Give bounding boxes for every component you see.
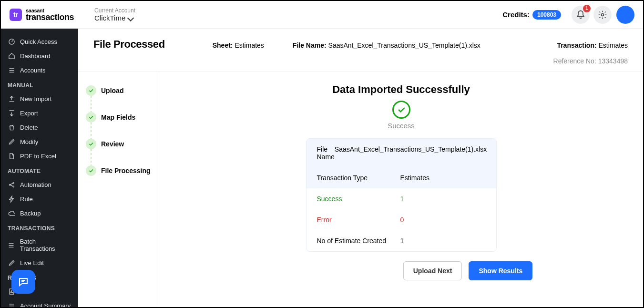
summary-key: Transaction Type <box>317 174 400 182</box>
success-check-icon <box>392 101 410 119</box>
svg-point-3 <box>13 182 14 184</box>
summary-row: Error0 <box>307 209 496 230</box>
user-avatar[interactable] <box>616 6 634 24</box>
sidebar-item-label: PDF to Excel <box>20 153 56 160</box>
app-header: tr saasant transactions Current Account … <box>1 1 643 29</box>
sidebar-section-title: TRANSACTIONS <box>1 220 78 235</box>
gear-icon <box>598 10 607 20</box>
notification-badge: 1 <box>583 5 591 12</box>
svg-point-4 <box>13 186 14 187</box>
sidebar-item-dashboard[interactable]: Dashboard <box>1 49 78 63</box>
brand-logo[interactable]: tr saasant transactions <box>10 8 86 21</box>
step-label: File Processing <box>101 167 150 175</box>
sidebar-item-label: Live Edit <box>20 259 44 267</box>
result-panel: Data Imported Successfully Success File … <box>159 72 643 307</box>
reference-no: Reference No: 13343498 <box>93 57 628 65</box>
notifications-button[interactable]: 1 <box>572 6 590 24</box>
settings-button[interactable] <box>593 6 612 24</box>
upload-icon <box>8 95 15 103</box>
sidebar-item-new-import[interactable]: New Import <box>1 92 78 106</box>
sidebar-item-label: Rule <box>20 195 33 203</box>
step-review: Review <box>86 139 151 149</box>
sidebar-item-live-edit[interactable]: Live Edit <box>1 256 78 270</box>
summary-value: SaasAnt_Excel_Transactions_US_Template(1… <box>335 145 487 161</box>
show-results-button[interactable]: Show Results <box>469 261 532 280</box>
sidebar-item-modify[interactable]: Modify <box>1 134 78 149</box>
sidebar-item-export[interactable]: Export <box>1 106 78 120</box>
upload-next-button[interactable]: Upload Next <box>403 261 462 280</box>
check-icon <box>86 112 96 123</box>
summary-key: Error <box>317 216 400 224</box>
sidebar-section-title: MANUAL <box>1 77 78 92</box>
account-picker[interactable]: Current Account ClickTime <box>94 7 135 22</box>
sidebar-item-rule[interactable]: Rule <box>1 192 78 206</box>
sidebar-item-pdf-to-excel[interactable]: PDF to Excel <box>1 149 78 163</box>
pencil-icon <box>8 138 15 145</box>
account-label: Current Account <box>94 7 135 14</box>
sidebar-item-quick-access[interactable]: Quick Access <box>1 34 78 49</box>
sidebar-item-batch-transactions[interactable]: Batch Transactions <box>1 235 78 256</box>
sidebar: Quick AccessDashboardAccountsMANUALNew I… <box>1 29 78 307</box>
sidebar-item-backup[interactable]: Backup <box>1 206 78 220</box>
step-upload: Upload <box>86 85 151 96</box>
share-icon <box>8 181 15 188</box>
sidebar-item-label: Delete <box>20 124 38 131</box>
main-content: File Processed Sheet: Estimates File Nam… <box>78 29 643 307</box>
summary-value: 1 <box>400 195 486 203</box>
import-stepper: UploadMap FieldsReviewFile Processing <box>78 72 159 307</box>
summary-key: No of Estimate Created <box>317 237 400 245</box>
credits-value[interactable]: 100803 <box>532 10 561 20</box>
list-icon <box>8 241 15 249</box>
sidebar-item-account-summary[interactable]: Account Summary <box>1 298 78 307</box>
sidebar-item-label: Modify <box>20 138 38 145</box>
sidebar-item-label: New Import <box>20 95 51 103</box>
sidebar-item-label: Dashboard <box>20 52 51 60</box>
chat-icon <box>18 276 29 287</box>
step-label: Review <box>101 140 124 148</box>
sidebar-item-automation[interactable]: Automation <box>1 177 78 192</box>
summary-key: File Name <box>317 145 335 161</box>
cloud-icon <box>8 209 15 217</box>
page-header: File Processed Sheet: Estimates File Nam… <box>78 29 643 72</box>
summary-row: File NameSaasAnt_Excel_Transactions_US_T… <box>307 139 496 167</box>
sidebar-section-title: AUTOMATE <box>1 163 78 177</box>
step-label: Map Fields <box>101 113 135 121</box>
check-icon <box>86 85 96 96</box>
sidebar-item-label: Accounts <box>20 67 45 74</box>
trash-icon <box>8 123 15 131</box>
summary-row: Transaction TypeEstimates <box>307 167 496 188</box>
gauge-icon <box>8 38 15 45</box>
sidebar-item-label: Quick Access <box>20 38 57 45</box>
sidebar-item-label: Automation <box>20 181 51 188</box>
summary-row: No of Estimate Created1 <box>307 230 496 251</box>
sidebar-item-label: Batch Transactions <box>20 238 72 252</box>
sidebar-item-label: Backup <box>20 210 41 217</box>
filename-info: File Name: SaasAnt_Excel_Transactions_US… <box>293 41 480 49</box>
sheet-info: Sheet: Estimates <box>213 41 264 49</box>
home-icon <box>8 52 15 60</box>
svg-point-2 <box>9 184 10 185</box>
chat-fab[interactable] <box>11 270 35 294</box>
summary-box: File NameSaasAnt_Excel_Transactions_US_T… <box>306 138 497 252</box>
step-map-fields: Map Fields <box>86 112 151 123</box>
page-title: File Processed <box>93 38 165 51</box>
sidebar-item-delete[interactable]: Delete <box>1 120 78 134</box>
step-label: Upload <box>101 87 123 94</box>
brand-bottom: transactions <box>26 13 74 21</box>
sidebar-item-accounts[interactable]: Accounts <box>1 63 78 77</box>
summary-value: 1 <box>400 237 486 245</box>
pencil-icon <box>8 259 15 267</box>
stack-icon <box>8 302 15 307</box>
chevron-down-icon <box>128 14 133 22</box>
summary-key: Success <box>317 195 400 203</box>
brand-badge-icon: tr <box>10 9 22 21</box>
check-icon <box>86 139 96 149</box>
check-icon <box>86 165 96 176</box>
sidebar-item-label: Export <box>20 110 38 117</box>
transaction-info: Transaction: Estimates <box>557 41 628 49</box>
account-value: ClickTime <box>94 14 125 22</box>
summary-row: Success1 <box>307 188 496 209</box>
sidebar-item-label: Account Summary <box>20 302 71 308</box>
step-file-processing: File Processing <box>86 165 151 176</box>
credits-label: Credits: <box>502 10 530 19</box>
